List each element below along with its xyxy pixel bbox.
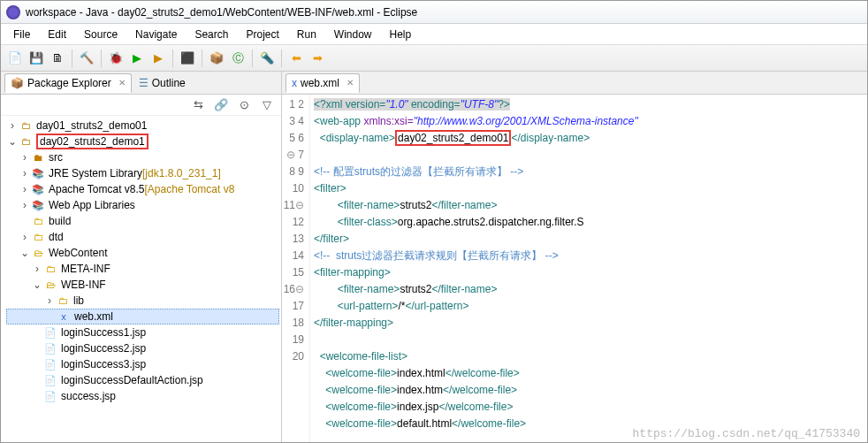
webcontent-node[interactable]: ⌄🗁WebContent — [6, 245, 279, 261]
tree-label: loginSuccessDefaultAction.jsp — [61, 374, 203, 386]
tree-label: success.jsp — [61, 390, 116, 402]
tree-label: lib — [73, 294, 84, 307]
menu-run[interactable]: Run — [290, 27, 324, 42]
tab-label: Outline — [152, 77, 186, 89]
lib-node[interactable]: ›🗀lib — [6, 293, 279, 309]
tree-label: WEB-INF — [61, 279, 106, 291]
run-button[interactable]: ▶ — [128, 50, 146, 67]
left-panel: 📦 Package Explorer ✕ ☰ Outline ⇆ 🔗 ⊙ ▽ ›… — [1, 72, 282, 442]
jre-node[interactable]: ›📚JRE System Library [jdk1.8.0_231_1] — [6, 165, 279, 181]
metainf-node[interactable]: ›🗀META-INF — [6, 261, 279, 277]
title-bar: workspace - Java - day02_struts2_demo1/W… — [1, 1, 867, 24]
menu-navigate[interactable]: Navigate — [128, 27, 184, 42]
save-all-button[interactable]: 🗎 — [49, 50, 66, 67]
build-button[interactable]: 🔨 — [78, 50, 95, 67]
toolbar-separator — [101, 50, 102, 67]
jsp-file[interactable]: 📄loginSuccessDefaultAction.jsp — [6, 372, 279, 388]
eclipse-icon — [6, 5, 20, 19]
menu-file[interactable]: File — [6, 27, 37, 42]
editor-panel: x web.xml ✕ 1 2 3 4 5 6⊖ 7 8 9 10 11⊖ 12… — [282, 72, 867, 442]
build-node[interactable]: 🗀build — [6, 213, 279, 229]
tree-label: day02_struts2_demo1 — [36, 134, 148, 149]
webinf-node[interactable]: ⌄🗁WEB-INF — [6, 277, 279, 293]
jsp-file[interactable]: 📄success.jsp — [6, 388, 279, 404]
tree-label: build — [49, 215, 71, 227]
tree-label: day01_struts2_demo01 — [36, 119, 147, 132]
line-gutter: 1 2 3 4 5 6⊖ 7 8 9 10 11⊖ 12 13 14 15 16… — [282, 95, 310, 442]
main-toolbar: 📄 💾 🗎 🔨 🐞 ▶ ▶ ⬛ 📦 Ⓒ 🔦 ⬅ ➡ — [1, 45, 867, 72]
close-icon[interactable]: ✕ — [346, 78, 354, 88]
new-button[interactable]: 📄 — [6, 50, 24, 67]
focus-icon[interactable]: ⊙ — [235, 96, 253, 114]
tree-label: JRE System Library — [49, 167, 142, 179]
back-button[interactable]: ⬅ — [287, 50, 305, 67]
toolbar-separator — [252, 50, 253, 67]
xml-icon: x — [292, 77, 297, 89]
tree-label: dtd — [49, 231, 64, 243]
jsp-file[interactable]: 📄loginSuccess3.jsp — [6, 356, 279, 372]
menu-help[interactable]: Help — [383, 27, 419, 42]
collapse-all-icon[interactable]: ⇆ — [189, 96, 207, 114]
menu-search[interactable]: Search — [187, 27, 235, 42]
debug-button[interactable]: 🐞 — [107, 50, 125, 67]
link-editor-icon[interactable]: 🔗 — [212, 96, 230, 114]
tree-label: META-INF — [61, 263, 110, 275]
new-class-button[interactable]: Ⓒ — [229, 50, 247, 67]
dtd-node[interactable]: ›🗀dtd — [6, 229, 279, 245]
run-last-button[interactable]: ▶ — [149, 50, 167, 67]
menu-edit[interactable]: Edit — [41, 27, 73, 42]
jsp-file[interactable]: 📄loginSuccess1.jsp — [6, 325, 279, 340]
close-icon[interactable]: ✕ — [118, 78, 126, 88]
editor-tab-webxml[interactable]: x web.xml ✕ — [286, 73, 360, 93]
view-menu-icon[interactable]: ▽ — [258, 96, 276, 114]
menu-source[interactable]: Source — [77, 27, 125, 42]
decorator: [Apache Tomcat v8 — [145, 183, 235, 195]
forward-button[interactable]: ➡ — [308, 50, 326, 67]
toolbar-separator — [202, 50, 202, 67]
left-tabs: 📦 Package Explorer ✕ ☰ Outline — [1, 72, 281, 95]
menu-window[interactable]: Window — [327, 27, 379, 42]
tab-package-explorer[interactable]: 📦 Package Explorer ✕ — [4, 73, 132, 93]
editor-tab-label: web.xml — [301, 77, 339, 89]
project-node[interactable]: ⌄🗀day02_struts2_demo1 — [6, 134, 279, 149]
menu-bar: File Edit Source Navigate Search Project… — [1, 24, 867, 45]
tomcat-node[interactable]: ›📚Apache Tomcat v8.5 [Apache Tomcat v8 — [6, 181, 279, 197]
tree-label: Web App Libraries — [49, 199, 135, 211]
work-area: 📦 Package Explorer ✕ ☰ Outline ⇆ 🔗 ⊙ ▽ ›… — [1, 72, 867, 442]
package-icon: 📦 — [11, 77, 24, 89]
editor-tabs: x web.xml ✕ — [282, 72, 867, 95]
src-node[interactable]: ›🖿src — [6, 149, 279, 165]
stop-button[interactable]: ⬛ — [179, 50, 196, 67]
tree-label: WebContent — [49, 247, 108, 259]
code-area[interactable]: <?xml version="1.0" encoding="UTF-8"?> <… — [310, 95, 867, 442]
package-explorer-tree: ›🗀day01_struts2_demo01 ⌄🗀day02_struts2_d… — [1, 116, 281, 442]
tree-label: loginSuccess3.jsp — [61, 358, 146, 370]
save-button[interactable]: 💾 — [27, 50, 45, 67]
menu-project[interactable]: Project — [239, 27, 286, 42]
webapp-lib-node[interactable]: ›📚Web App Libraries — [6, 197, 279, 213]
toolbar-separator — [172, 50, 173, 67]
watermark: https://blog.csdn.net/qq_41753340 — [633, 427, 860, 440]
new-package-button[interactable]: 📦 — [208, 50, 225, 67]
decorator: [jdk1.8.0_231_1] — [142, 167, 221, 179]
tab-outline[interactable]: ☰ Outline — [133, 74, 191, 92]
toolbar-separator — [281, 50, 282, 67]
outline-icon: ☰ — [139, 77, 148, 89]
code-editor[interactable]: 1 2 3 4 5 6⊖ 7 8 9 10 11⊖ 12 13 14 15 16… — [282, 95, 867, 442]
tree-label: loginSuccess2.jsp — [61, 342, 146, 355]
search-button[interactable]: 🔦 — [258, 50, 276, 67]
window-title: workspace - Java - day02_struts2_demo1/W… — [26, 6, 417, 19]
jsp-file[interactable]: 📄loginSuccess2.jsp — [6, 340, 279, 356]
tree-label: Apache Tomcat v8.5 — [49, 183, 145, 195]
tree-label: src — [49, 151, 63, 164]
toolbar-separator — [72, 50, 72, 67]
tree-label: loginSuccess1.jsp — [61, 326, 146, 339]
tree-label: web.xml — [74, 310, 113, 323]
tab-label: Package Explorer — [27, 77, 111, 89]
webxml-node[interactable]: xweb.xml — [6, 309, 279, 325]
explorer-toolbar: ⇆ 🔗 ⊙ ▽ — [1, 95, 281, 116]
project-node[interactable]: ›🗀day01_struts2_demo01 — [6, 118, 279, 134]
